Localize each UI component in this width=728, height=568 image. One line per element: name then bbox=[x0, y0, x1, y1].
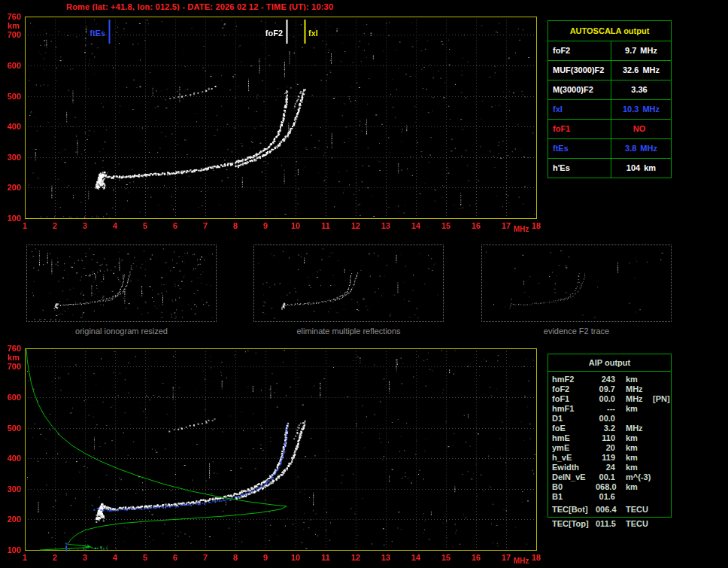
row-value: 104km bbox=[611, 159, 671, 178]
row-label: hmF1 bbox=[552, 404, 596, 414]
row-value: 3.36 bbox=[611, 80, 671, 99]
row-value: 00.0 bbox=[596, 394, 615, 404]
row-label: hmF2 bbox=[552, 375, 596, 384]
row-value: 110 bbox=[596, 433, 615, 443]
table-row-hEs: h'Es 104km bbox=[548, 159, 671, 178]
row-value: 09.7 bbox=[596, 384, 615, 394]
row-label: foF1 bbox=[552, 394, 596, 404]
row-value: 24 bbox=[596, 463, 615, 472]
row-label: TEC[Top] bbox=[552, 519, 596, 529]
row-label: B1 bbox=[552, 492, 596, 502]
aip-row-h_vE: h_vE119km bbox=[548, 453, 671, 463]
row-label: DelN_vE bbox=[552, 472, 596, 482]
table-row-foF2: foF2 9.7MHz bbox=[548, 41, 671, 61]
thumbnail-original-ionogram bbox=[26, 245, 217, 322]
aip-row-B1: B101.6 bbox=[548, 492, 671, 502]
aip-row-B0: B0068.0km bbox=[548, 482, 671, 492]
row-label: ymE bbox=[552, 443, 596, 453]
row-unit: TECU bbox=[615, 519, 650, 529]
thumbnail-caption: original ionogram resized bbox=[26, 327, 217, 336]
row-label: Ewidth bbox=[552, 463, 596, 472]
aip-output-panel: AIP output hmF2243km foF209.7MHz foF100.… bbox=[548, 354, 672, 529]
row-label: hmE bbox=[552, 433, 596, 443]
aip-row-TEC-top: TEC[Top]011.5TECU bbox=[548, 519, 672, 529]
row-label: D1 bbox=[552, 414, 596, 424]
table-row-m3000f2: M(3000)F2 3.36 bbox=[548, 80, 671, 100]
aip-table-title: AIP output bbox=[548, 354, 671, 372]
row-value: 00.1 bbox=[596, 472, 615, 482]
row-value: 068.0 bbox=[596, 482, 615, 492]
aip-row-hmF1: hmF1---km bbox=[548, 404, 671, 414]
aip-row-DelN_vE: DelN_vE00.1m^(-3) bbox=[548, 472, 671, 482]
row-note: [PN] bbox=[650, 394, 670, 404]
aip-row-TEC-bot: TEC[Bot]006.4TECU bbox=[548, 505, 671, 515]
row-unit bbox=[615, 414, 650, 424]
row-label: foE bbox=[552, 424, 596, 433]
bottom-ionogram-plot bbox=[0, 342, 545, 568]
aip-row-hmE: hmE110km bbox=[548, 433, 671, 443]
aip-row-hmF2: hmF2243km bbox=[548, 375, 671, 384]
row-value: 9.7MHz bbox=[611, 41, 671, 60]
row-unit: km bbox=[615, 463, 650, 472]
aip-row-Ewidth: Ewidth24km bbox=[548, 463, 671, 472]
aip-row-D1: D100.0 bbox=[548, 414, 671, 424]
thumbnail-evidence-f2-trace bbox=[481, 245, 672, 322]
row-unit: MHz bbox=[615, 424, 650, 433]
top-ionogram-plot bbox=[0, 11, 545, 239]
autoscala-table-title: AUTOSCALA output bbox=[548, 21, 671, 41]
table-row-muf3000f2: MUF(3000)F2 32.6MHz bbox=[548, 61, 671, 80]
row-label: h_vE bbox=[552, 453, 596, 463]
row-value: NO bbox=[611, 120, 671, 138]
aip-row-foE: foE3.2MHz bbox=[548, 424, 671, 433]
row-unit: km bbox=[615, 443, 650, 453]
row-label: ftEs bbox=[548, 139, 611, 158]
row-label: MUF(3000)F2 bbox=[548, 61, 611, 80]
row-value: 00.0 bbox=[596, 414, 615, 424]
row-label: M(3000)F2 bbox=[548, 80, 611, 99]
autoscala-screen: Rome (lat: +41.8, lon: 012.5) - DATE: 20… bbox=[0, 0, 728, 568]
row-unit: MHz bbox=[615, 394, 650, 404]
row-unit: km bbox=[615, 433, 650, 443]
row-unit: km bbox=[615, 375, 650, 384]
row-value: 20 bbox=[596, 443, 615, 453]
table-row-foF1: foF1 NO bbox=[548, 120, 671, 139]
table-row-fxI: fxI 10.3MHz bbox=[548, 100, 671, 120]
row-value: 3.2 bbox=[596, 424, 615, 433]
row-unit: km bbox=[615, 404, 650, 414]
row-value: 243 bbox=[596, 375, 615, 384]
row-value: 006.4 bbox=[596, 505, 615, 515]
row-label: foF2 bbox=[548, 41, 611, 60]
thumbnail-caption: eliminate multiple reflections bbox=[253, 327, 444, 336]
row-label: fxI bbox=[548, 100, 611, 119]
thumbnail-caption: evidence F2 trace bbox=[481, 327, 672, 336]
autoscala-output-table: AUTOSCALA output foF2 9.7MHz MUF(3000)F2… bbox=[548, 20, 672, 178]
aip-output-table: AIP output hmF2243km foF209.7MHz foF100.… bbox=[548, 354, 672, 518]
row-unit bbox=[615, 492, 650, 502]
table-row-ftEs: ftEs 3.8MHz bbox=[548, 139, 671, 159]
row-unit: MHz bbox=[615, 384, 650, 394]
row-value: 01.6 bbox=[596, 492, 615, 502]
row-value: 32.6MHz bbox=[611, 61, 671, 80]
row-label: foF2 bbox=[552, 384, 596, 394]
row-label: foF1 bbox=[548, 120, 611, 138]
aip-row-foF1: foF100.0MHz[PN] bbox=[548, 394, 671, 404]
row-value: 10.3MHz bbox=[611, 100, 671, 119]
row-label: TEC[Bot] bbox=[552, 505, 596, 515]
row-value: 011.5 bbox=[596, 519, 615, 529]
row-unit: TECU bbox=[615, 505, 650, 515]
row-value: 3.8MHz bbox=[611, 139, 671, 158]
row-unit: km bbox=[615, 453, 650, 463]
row-unit: km bbox=[615, 482, 650, 492]
row-value: --- bbox=[596, 404, 615, 414]
aip-row-foF2: foF209.7MHz bbox=[548, 384, 671, 394]
row-value: 119 bbox=[596, 453, 615, 463]
row-unit: m^(-3) bbox=[615, 472, 650, 482]
aip-row-ymE: ymE20km bbox=[548, 443, 671, 453]
row-label: h'Es bbox=[548, 159, 611, 178]
thumbnail-eliminate-reflections bbox=[253, 245, 444, 322]
row-label: B0 bbox=[552, 482, 596, 492]
